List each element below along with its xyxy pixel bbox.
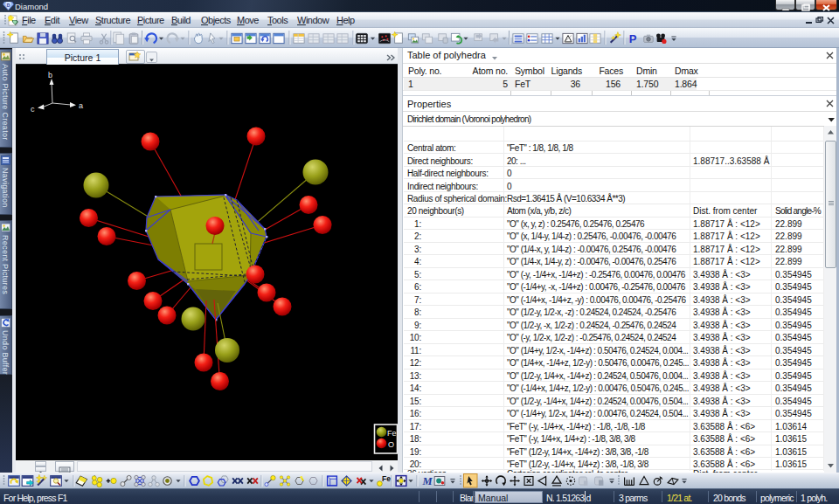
svg-text:Fe: Fe [387,429,397,438]
svg-text:a: a [79,101,83,110]
svg-text:c: c [31,105,35,114]
svg-text:P: P [629,32,637,45]
svg-text:M: M [421,475,433,487]
svg-text:D: D [7,3,10,8]
svg-text:O: O [388,440,394,449]
svg-text:Fe: Fe [382,474,391,483]
svg-text:b: b [48,71,52,79]
